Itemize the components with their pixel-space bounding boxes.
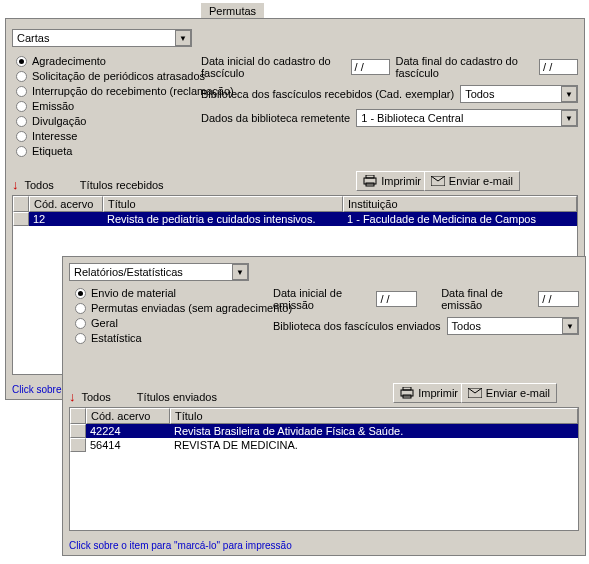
- dados-bib-label: Dados da biblioteca remetente: [201, 112, 350, 124]
- table-corner: [13, 196, 29, 212]
- col-titulo[interactable]: Título: [103, 196, 343, 212]
- table-row[interactable]: 42224 Revista Brasileira de Atividade Fí…: [70, 424, 578, 438]
- cell-titulo: REVISTA DE MEDICINA.: [170, 438, 578, 452]
- bib-env-label: Biblioteca dos fascículos enviados: [273, 320, 441, 332]
- table-row[interactable]: 56414 REVISTA DE MEDICINA.: [70, 438, 578, 452]
- radio-label: Divulgação: [32, 115, 86, 127]
- radio-permutas[interactable]: [75, 303, 86, 314]
- section-label: Títulos recebidos: [80, 179, 164, 191]
- data-final-input[interactable]: / /: [539, 59, 578, 75]
- bib-env-dropdown[interactable]: Todos ▼: [447, 317, 579, 335]
- chevron-down-icon: ▼: [175, 30, 191, 46]
- button-label: Enviar e-mail: [449, 175, 513, 187]
- dropdown-value: Relatórios/Estatísticas: [74, 266, 183, 278]
- chevron-down-icon: ▼: [561, 86, 577, 102]
- data-final-label: Data final de emissão: [441, 287, 532, 311]
- cell-inst: 1 - Faculdade de Medicina de Campos: [343, 212, 577, 226]
- data-inicial-label: Data inicial de emissão: [273, 287, 370, 311]
- imprimir-button[interactable]: Imprimir: [393, 383, 465, 403]
- button-label: Enviar e-mail: [486, 387, 550, 399]
- radio-interesse[interactable]: [16, 131, 27, 142]
- radio-geral[interactable]: [75, 318, 86, 329]
- bib-rec-dropdown[interactable]: Todos ▼: [460, 85, 578, 103]
- dados-bib-dropdown[interactable]: 1 - Biblioteca Central ▼: [356, 109, 578, 127]
- cell-cod: 12: [29, 212, 103, 226]
- radio-label: Solicitação de periódicos atrasados: [32, 70, 205, 82]
- print-icon: [363, 175, 377, 187]
- chevron-down-icon: ▼: [562, 318, 578, 334]
- cell-cod: 42224: [86, 424, 170, 438]
- section-label: Títulos enviados: [137, 391, 217, 403]
- chevron-down-icon: ▼: [561, 110, 577, 126]
- chevron-down-icon: ▼: [232, 264, 248, 280]
- dropdown-value: Todos: [465, 88, 494, 100]
- bib-rec-label: Biblioteca dos fascículos recebidos (Cad…: [201, 88, 454, 100]
- table-row[interactable]: 12 Revista de pediatria e cuidados inten…: [13, 212, 577, 226]
- data-inicial-label: Data inicial do cadastro do fascículo: [201, 55, 345, 79]
- arrow-down-icon: ↓: [12, 177, 19, 192]
- radio-label: Estatística: [91, 332, 142, 344]
- radio-label: Emissão: [32, 100, 74, 112]
- hint-link: Click sobre o item para "marcá-lo" para …: [69, 540, 292, 551]
- radio-etiqueta[interactable]: [16, 146, 27, 157]
- enviar-email-button[interactable]: Enviar e-mail: [461, 383, 557, 403]
- radio-label: Geral: [91, 317, 118, 329]
- cell-cod: 56414: [86, 438, 170, 452]
- table-corner: [70, 408, 86, 424]
- radio-label: Etiqueta: [32, 145, 72, 157]
- envelope-icon: [468, 388, 482, 398]
- row-marker: [13, 212, 29, 226]
- data-final-input[interactable]: / /: [538, 291, 579, 307]
- cartas-dropdown[interactable]: Cartas ▼: [12, 29, 192, 47]
- todos-label: Todos: [25, 179, 54, 191]
- enviar-email-button[interactable]: Enviar e-mail: [424, 171, 520, 191]
- radio-interrupcao[interactable]: [16, 86, 27, 97]
- col-cod[interactable]: Cód. acervo: [86, 408, 170, 424]
- col-inst[interactable]: Instituição: [343, 196, 577, 212]
- radio-emissao[interactable]: [16, 101, 27, 112]
- button-label: Imprimir: [418, 387, 458, 399]
- radio-envio[interactable]: [75, 288, 86, 299]
- radio-agradecimento[interactable]: [16, 56, 27, 67]
- cell-titulo: Revista Brasileira de Atividade Física &…: [170, 424, 578, 438]
- tab-permutas[interactable]: Permutas: [200, 2, 265, 19]
- col-cod[interactable]: Cód. acervo: [29, 196, 103, 212]
- relatorios-dropdown[interactable]: Relatórios/Estatísticas ▼: [69, 263, 249, 281]
- todos-label: Todos: [82, 391, 111, 403]
- imprimir-button[interactable]: Imprimir: [356, 171, 428, 191]
- arrow-down-icon: ↓: [69, 389, 76, 404]
- data-inicial-input[interactable]: / /: [376, 291, 417, 307]
- radio-label: Agradecimento: [32, 55, 106, 67]
- radio-solicitacao[interactable]: [16, 71, 27, 82]
- data-final-label: Data final do cadastro do fascículo: [396, 55, 534, 79]
- dropdown-value: 1 - Biblioteca Central: [361, 112, 463, 124]
- button-label: Imprimir: [381, 175, 421, 187]
- dropdown-value: Todos: [452, 320, 481, 332]
- radio-divulgacao[interactable]: [16, 116, 27, 127]
- row-marker: [70, 424, 86, 438]
- cell-titulo: Revista de pediatria e cuidados intensiv…: [103, 212, 343, 226]
- radio-label: Interesse: [32, 130, 77, 142]
- row-marker: [70, 438, 86, 452]
- envelope-icon: [431, 176, 445, 186]
- radio-estatistica[interactable]: [75, 333, 86, 344]
- data-inicial-input[interactable]: / /: [351, 59, 390, 75]
- radio-label: Envio de material: [91, 287, 176, 299]
- dropdown-value: Cartas: [17, 32, 49, 44]
- print-icon: [400, 387, 414, 399]
- col-titulo[interactable]: Título: [170, 408, 578, 424]
- radio-label: Permutas enviadas (sem agradecimento): [91, 302, 292, 314]
